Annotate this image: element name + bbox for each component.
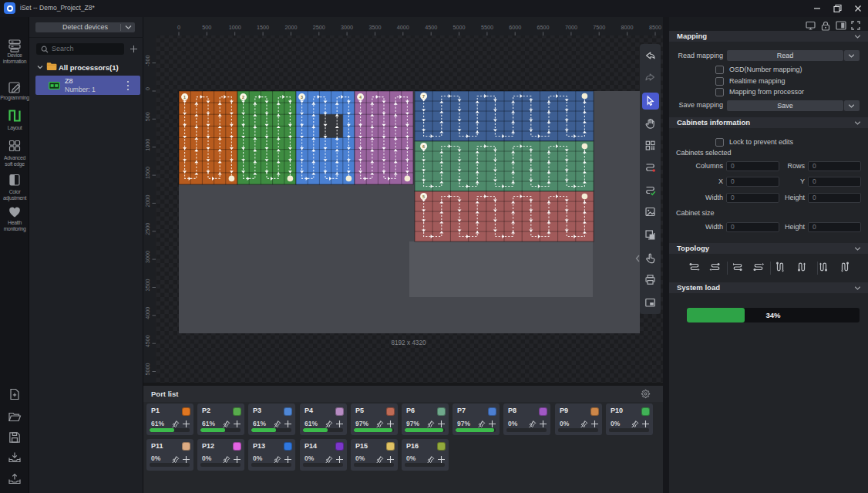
svg-text:4500: 4500 [144, 335, 151, 347]
svg-text:1500: 1500 [144, 167, 151, 179]
svg-text:1000: 1000 [144, 139, 151, 151]
svg-text:2500: 2500 [144, 223, 151, 235]
svg-text:8500: 8500 [649, 24, 661, 31]
svg-text:2500: 2500 [313, 24, 325, 31]
svg-text:3000: 3000 [341, 24, 353, 31]
svg-text:4500: 4500 [425, 24, 437, 31]
svg-text:5: 5 [422, 194, 425, 199]
svg-text:3500: 3500 [369, 24, 382, 31]
svg-text:5500: 5500 [481, 24, 493, 31]
svg-text:7: 7 [422, 94, 425, 99]
svg-text:7500: 7500 [593, 24, 605, 31]
svg-text:3500: 3500 [144, 279, 151, 292]
svg-text:6000: 6000 [509, 24, 521, 31]
svg-text:6500: 6500 [537, 24, 550, 31]
svg-text:500: 500 [144, 112, 151, 121]
svg-text:-500: -500 [144, 55, 151, 66]
svg-text:8000: 8000 [621, 24, 634, 31]
svg-text:0: 0 [144, 87, 151, 90]
svg-text:1000: 1000 [229, 24, 241, 31]
svg-text:6: 6 [422, 144, 425, 149]
svg-text:2000: 2000 [144, 194, 151, 207]
svg-text:4000: 4000 [144, 307, 151, 319]
svg-text:2000: 2000 [284, 24, 297, 31]
svg-text:5000: 5000 [453, 24, 466, 31]
svg-text:5000: 5000 [144, 363, 151, 376]
svg-text:4000: 4000 [397, 24, 409, 31]
svg-text:7000: 7000 [565, 24, 577, 31]
svg-text:8192 x 4320: 8192 x 4320 [391, 339, 426, 346]
svg-text:2: 2 [242, 95, 244, 100]
svg-text:1: 1 [183, 95, 186, 100]
svg-text:500: 500 [202, 24, 211, 31]
svg-text:3: 3 [301, 95, 303, 100]
svg-text:0: 0 [177, 24, 180, 31]
svg-text:3000: 3000 [144, 251, 151, 263]
svg-text:1500: 1500 [257, 24, 269, 31]
